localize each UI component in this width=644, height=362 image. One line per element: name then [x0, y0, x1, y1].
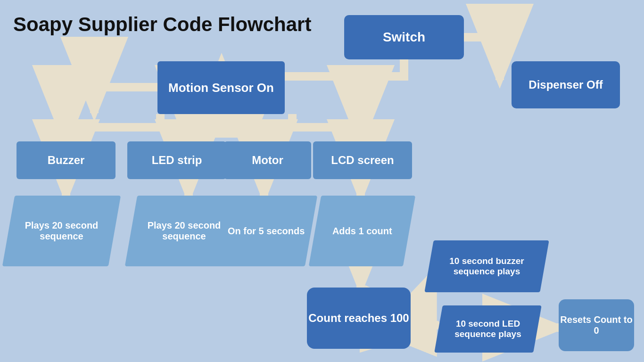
- motion-sensor-box: Motion Sensor On: [157, 61, 285, 114]
- switch-box: Switch: [344, 15, 464, 59]
- led-strip-box: LED strip: [127, 141, 226, 179]
- resets-count-box: Resets Count to 0: [559, 299, 634, 351]
- page-title: Soapy Supplier Code Flowchart: [13, 13, 311, 36]
- led-sequence-para: 10 second LED sequence plays: [434, 305, 542, 353]
- motor-box: Motor: [224, 141, 311, 179]
- plays-20-buzzer-para: Plays 20 second sequence: [2, 196, 121, 266]
- on-5-seconds-para: On for 5 seconds: [215, 196, 317, 266]
- count-reaches-100-box: Count reaches 100: [307, 288, 411, 349]
- buzzer-box: Buzzer: [17, 141, 116, 179]
- buzzer-sequence-para: 10 second buzzer sequence plays: [424, 240, 549, 292]
- dispenser-off-box: Dispenser Off: [512, 61, 620, 108]
- flowchart-canvas: Soapy Supplier Code Flowchart: [0, 0, 644, 362]
- adds-count-para: Adds 1 count: [309, 196, 415, 266]
- lcd-screen-box: LCD screen: [313, 141, 412, 179]
